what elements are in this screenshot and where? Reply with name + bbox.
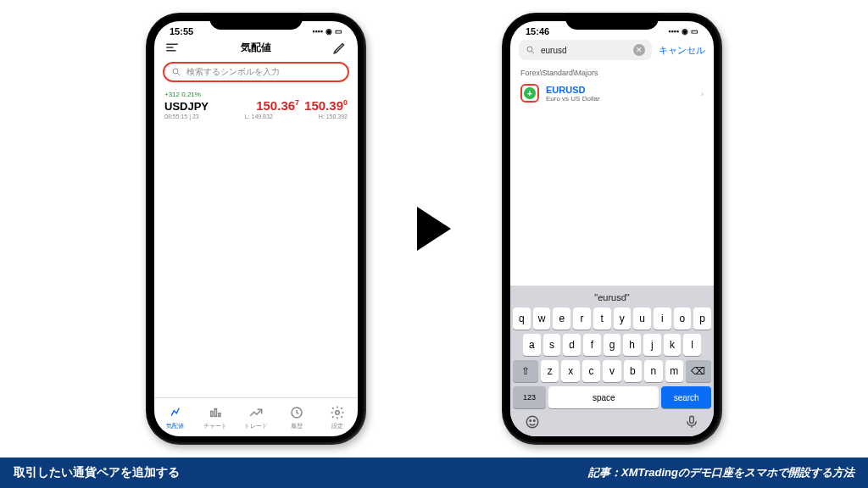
keyboard-suggestion[interactable]: "eurusd" (513, 289, 711, 308)
key-v[interactable]: v (603, 360, 620, 382)
status-time: 15:55 (170, 26, 193, 36)
quote-row[interactable]: +312 0.21% USDJPY 150.367 150.390 08:55:… (154, 86, 358, 125)
key-h[interactable]: h (623, 334, 641, 356)
menu-icon[interactable] (164, 40, 180, 55)
tab-history[interactable]: 履歴 (276, 398, 317, 436)
page-title: 気配値 (241, 41, 271, 55)
key-y[interactable]: y (614, 308, 632, 330)
svg-rect-15 (690, 416, 694, 423)
keyboard: "eurusd" q w e r t y u i o p a s d (510, 286, 714, 436)
tab-trade[interactable]: トレード (236, 398, 276, 436)
key-z[interactable]: z (541, 360, 559, 382)
banner-right: 記事：XMTradingのデモ口座をスマホで開設する方法 (588, 465, 854, 480)
key-f[interactable]: f (583, 334, 601, 356)
svg-line-11 (532, 52, 535, 54)
banner-left: 取引したい通貨ペアを追加する (14, 465, 180, 480)
quote-high: H: 150.392 (319, 114, 348, 119)
wifi-icon: ◉ (682, 27, 688, 36)
key-w[interactable]: w (533, 308, 551, 330)
svg-point-12 (526, 416, 538, 428)
key-i[interactable]: i (654, 308, 671, 330)
search-placeholder: 検索するシンボルを入力 (186, 66, 341, 78)
key-a[interactable]: a (523, 334, 541, 356)
signal-icon: ▪▪▪▪ (668, 27, 679, 36)
key-numbers[interactable]: 123 (513, 386, 546, 408)
key-d[interactable]: d (563, 334, 581, 356)
edit-icon[interactable] (332, 40, 348, 55)
quote-time: 08:55:15 | 23 (164, 114, 199, 119)
arrow-icon (417, 207, 451, 251)
status-time: 15:46 (526, 26, 549, 36)
phone-left: 15:55 ▪▪▪▪ ◉ ▭ 気配値 検索するシンボルを入力 +312 0.21… (146, 13, 366, 445)
clear-icon[interactable]: ✕ (633, 44, 645, 56)
search-input[interactable]: eurusd ✕ (519, 40, 652, 60)
svg-rect-6 (214, 408, 216, 416)
search-icon (171, 67, 181, 77)
bid-price: 150.367 (256, 98, 299, 113)
key-shift[interactable]: ⇧ (513, 360, 538, 382)
key-q[interactable]: q (513, 308, 531, 330)
key-u[interactable]: u (633, 308, 651, 330)
key-n[interactable]: n (644, 360, 662, 382)
svg-point-14 (534, 420, 536, 422)
notch (209, 13, 303, 30)
svg-point-9 (336, 410, 340, 414)
ask-price: 150.390 (304, 98, 348, 113)
search-value: eurusd (541, 46, 628, 55)
tab-quotes[interactable]: 気配値 (154, 398, 195, 436)
result-desc: Euro vs US Dollar (546, 95, 600, 103)
tab-bar: 気配値 チャート トレード 履歴 設定 (154, 397, 358, 436)
key-e[interactable]: e (553, 308, 570, 330)
search-result-row[interactable]: + EURUSD Euro vs US Dollar › (510, 79, 714, 108)
key-space[interactable]: space (548, 386, 659, 408)
result-symbol: EURUSD (546, 85, 600, 95)
search-icon (526, 45, 536, 55)
notch (565, 13, 659, 30)
caption-banner: 取引したい通貨ペアを追加する 記事：XMTradingのデモ口座をスマホで開設す… (0, 458, 868, 488)
phone-right: 15:46 ▪▪▪▪ ◉ ▭ eurusd ✕ キャンセル Forex\Stan… (502, 13, 722, 445)
add-symbol-button[interactable]: + (520, 84, 539, 103)
key-s[interactable]: s (543, 334, 561, 356)
battery-icon: ▭ (335, 27, 342, 36)
key-j[interactable]: j (643, 334, 661, 356)
svg-point-3 (173, 69, 178, 74)
svg-line-4 (178, 74, 181, 76)
svg-rect-7 (219, 413, 220, 416)
key-k[interactable]: k (664, 334, 682, 356)
svg-rect-5 (211, 411, 213, 416)
plus-icon: + (524, 87, 536, 99)
key-p[interactable]: p (693, 308, 711, 330)
svg-point-13 (530, 420, 531, 422)
battery-icon: ▭ (691, 27, 698, 36)
key-g[interactable]: g (604, 334, 621, 356)
tab-chart[interactable]: チャート (195, 398, 236, 436)
svg-point-10 (527, 47, 532, 52)
cancel-button[interactable]: キャンセル (652, 44, 705, 57)
key-search[interactable]: search (661, 386, 711, 408)
mic-icon[interactable] (684, 414, 699, 430)
section-header: Forex\Standard\Majors (510, 64, 714, 79)
quote-symbol: USDJPY (164, 100, 209, 113)
chevron-right-icon: › (701, 89, 704, 98)
wifi-icon: ◉ (326, 27, 332, 36)
key-c[interactable]: c (582, 360, 600, 382)
search-input[interactable]: 検索するシンボルを入力 (163, 62, 349, 82)
key-backspace[interactable]: ⌫ (686, 360, 711, 382)
key-m[interactable]: m (665, 360, 683, 382)
key-l[interactable]: l (683, 334, 701, 356)
key-b[interactable]: b (624, 360, 642, 382)
key-r[interactable]: r (573, 308, 591, 330)
key-t[interactable]: t (593, 308, 611, 330)
emoji-icon[interactable] (525, 414, 540, 430)
quote-change: +312 0.21% (164, 91, 348, 98)
tab-settings[interactable]: 設定 (317, 398, 358, 436)
signal-icon: ▪▪▪▪ (312, 27, 323, 36)
key-o[interactable]: o (674, 308, 692, 330)
key-x[interactable]: x (561, 360, 579, 382)
quote-low: L: 149.832 (245, 114, 273, 119)
